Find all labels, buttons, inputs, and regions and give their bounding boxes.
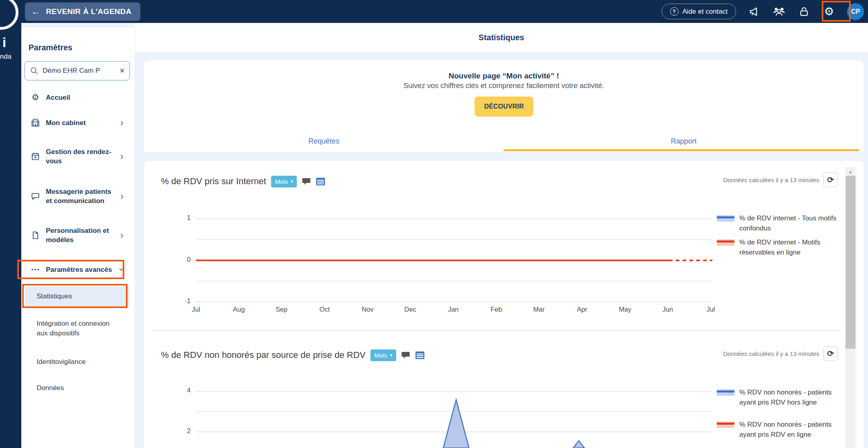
sidebar-subitem-label: Intégration et connexion aux dispositifs <box>37 319 121 338</box>
chart-1-title: % de RDV pris sur Internet <box>161 176 266 187</box>
gear-icon: ⚙ <box>824 6 834 17</box>
comment-icon[interactable] <box>302 177 311 186</box>
area-chart-2-plot <box>173 386 720 448</box>
refresh-button[interactable]: ⟳ <box>823 173 838 187</box>
lock-button[interactable] <box>797 5 811 18</box>
legend-label: % de RDV internet - Tous motifs confondu… <box>739 213 840 233</box>
help-label: Aide et contact <box>683 8 728 16</box>
legend-item: % RDV non honorés - patients ayant pris … <box>717 387 845 407</box>
avatar[interactable]: CP <box>847 3 864 20</box>
period-dropdown[interactable]: Mois ▾ <box>271 176 297 187</box>
x-tick: Oct <box>312 306 337 313</box>
banner-title: Nouvelle page “Mon activité” ! <box>144 72 864 80</box>
back-button-label: REVENIR À L'AGENDA <box>46 7 132 16</box>
sidebar-item-accueil[interactable]: ⚙ Accueil <box>21 90 135 104</box>
app-screen: i nda ← REVENIR À L'AGENDA ? Aide et con… <box>0 0 868 448</box>
chart-2-refresh-info: Données calculées il y a 13 minutes ⟳ <box>723 346 838 361</box>
legend-swatch-red <box>717 239 734 246</box>
scrollbar-thumb[interactable] <box>845 176 856 349</box>
chevron-right-icon: › <box>120 118 123 127</box>
legend-swatch-blue <box>717 389 734 396</box>
updated-text: Données calculées il y a 13 minutes <box>723 177 819 183</box>
legend-label: % de RDV internet - Motifs réservables e… <box>739 237 840 257</box>
clear-search-icon[interactable]: × <box>119 66 125 75</box>
sidebar-item-label: Gestion des rendez-vous <box>46 147 115 166</box>
back-to-agenda-button[interactable]: ← REVENIR À L'AGENDA <box>25 2 140 21</box>
sidebar-title: Paramètres <box>29 43 72 52</box>
sidebar-item-statistiques[interactable]: Statistiques <box>21 286 135 306</box>
x-tick: Jul <box>698 306 724 313</box>
updated-text: Données calculées il y a 13 minutes <box>723 350 819 357</box>
announcements-button[interactable] <box>747 5 761 18</box>
chart-2-title: % de RDV non honorés par source de prise… <box>161 350 366 360</box>
sidebar-item-parametres-avances[interactable]: ⋯ Paramètres avancés › <box>21 263 135 276</box>
legend-item: % de RDV internet - Tous motifs confondu… <box>717 213 845 233</box>
search-icon <box>30 66 39 75</box>
sidebar-item-label: Messagerie patients et communication <box>46 187 115 206</box>
help-icon: ? <box>670 7 679 16</box>
sidebar-item-donnees[interactable]: Données <box>21 381 135 395</box>
caret-down-icon: ▾ <box>390 353 392 358</box>
legend-label: % RDV non honorés - patients ayant pris … <box>739 419 840 440</box>
x-tick: Feb <box>483 306 509 313</box>
x-tick: Jun <box>655 306 681 313</box>
search-input[interactable] <box>43 67 115 75</box>
x-tick: Mar <box>526 306 552 313</box>
sidebar-item-messagerie[interactable]: Messagerie patients et communication › <box>21 184 135 208</box>
help-contact-button[interactable]: ? Aide et contact <box>662 4 736 19</box>
settings-sidebar: Paramètres × ⚙ Accueil <box>21 28 135 448</box>
banner-card: Nouvelle page “Mon activité” ! Suivez vo… <box>144 60 864 152</box>
page-title: Statistiques <box>479 33 524 42</box>
building-icon <box>30 117 41 128</box>
scrollbar[interactable]: ▲ <box>845 167 856 448</box>
sidebar-item-label: Paramètres avancés <box>46 265 115 274</box>
x-tick: Nov <box>355 306 381 313</box>
discover-button[interactable]: DÉCOUVRIR <box>475 97 533 117</box>
line-chart-1-plot <box>173 213 720 314</box>
x-tick: May <box>612 306 638 313</box>
legend-swatch-blue <box>717 215 734 222</box>
banner-subtitle: Suivez vos chiffres clés et comprenez fa… <box>144 82 864 90</box>
period-label: Mois <box>374 352 387 358</box>
sidebar-item-identitovigilance[interactable]: Identitovigilance <box>21 355 135 369</box>
sidebar-item-personnalisation[interactable]: Personnalisation et modèles › <box>21 223 135 247</box>
x-tick: Apr <box>569 306 595 313</box>
lock-icon <box>798 6 810 17</box>
scroll-up-arrow[interactable]: ▲ <box>845 167 856 177</box>
tab-requetes[interactable]: Requêtes <box>144 132 504 150</box>
period-label: Mois <box>275 179 288 185</box>
sidebar-search[interactable]: × <box>25 61 130 80</box>
active-tab-underline <box>504 149 859 151</box>
sidebar-item-gestion-rdv[interactable]: Gestion des rendez-vous › <box>21 144 135 169</box>
sidebar-item-label: Accueil <box>46 93 115 102</box>
x-tick: Sep <box>269 306 294 313</box>
sidebar-item-label: Personnalisation et modèles <box>46 226 115 245</box>
rail-text-fragment: nda <box>0 53 11 61</box>
comment-icon[interactable] <box>401 351 410 360</box>
chart-divider <box>152 330 841 331</box>
table-view-icon[interactable] <box>415 351 425 360</box>
refresh-icon: ⟳ <box>827 349 834 358</box>
chevron-right-icon: › <box>120 230 123 240</box>
sidebar-subitem-label: Données <box>37 383 121 393</box>
chart-2-header: % de RDV non honorés par source de prise… <box>161 347 425 363</box>
sidebar-item-mon-cabinet[interactable]: Mon cabinet › <box>21 116 135 129</box>
chevron-right-icon: › <box>120 152 123 161</box>
table-view-icon[interactable] <box>316 177 325 186</box>
tab-rapport[interactable]: Rapport <box>504 132 864 150</box>
period-dropdown[interactable]: Mois ▾ <box>370 349 397 361</box>
x-tick: Jul <box>183 306 209 313</box>
x-tick: Aug <box>226 306 252 313</box>
sidebar-item-integration-dispositifs[interactable]: Intégration et connexion aux dispositifs <box>21 316 135 341</box>
refresh-button[interactable]: ⟳ <box>823 346 838 361</box>
chevron-right-icon: › <box>120 191 123 201</box>
refresh-icon: ⟳ <box>827 175 834 185</box>
x-tick: Jan <box>440 306 466 313</box>
series-blue-spike <box>443 400 469 448</box>
patients-button[interactable] <box>772 5 786 18</box>
legend-swatch-red <box>717 421 734 428</box>
tab-bar: Requêtes Rapport <box>144 132 864 150</box>
settings-button[interactable]: ⚙ <box>822 5 836 18</box>
caret-down-icon: ▾ <box>290 179 293 184</box>
sidebar-subitem-label: Identitovigilance <box>37 357 121 367</box>
